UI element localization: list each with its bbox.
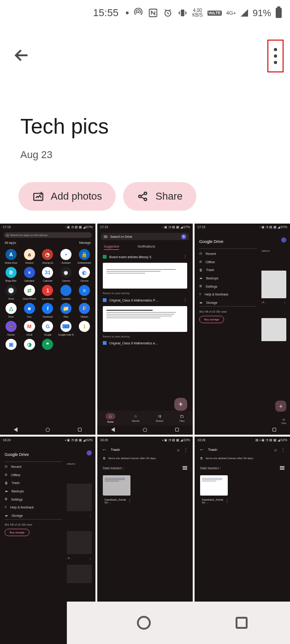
add-photos-label: Add photos [51, 190, 102, 202]
album-date: Aug 23 [20, 149, 270, 161]
photo-thumb-3[interactable]: 17:15◦ ▣ ◔ ▤ ▦ ◢ 67% ications 8 P…⋮ + 🗀F… [195, 224, 290, 435]
photo-thumb-2[interactable]: 17:15◦ ▣ ◔ ▤ ▦ ◢ 67% Search in Drive B S… [97, 224, 193, 435]
action-chips-row: Add photos Share [0, 165, 290, 224]
more-vert-icon [274, 48, 277, 51]
alarm-icon [163, 8, 173, 18]
nav-recents-button[interactable] [236, 617, 248, 629]
nav-home-button[interactable] [137, 616, 151, 630]
share-icon [137, 190, 149, 202]
add-photos-button[interactable]: Add photos [18, 182, 116, 211]
svg-rect-2 [181, 10, 184, 17]
share-button[interactable]: Share [123, 182, 196, 211]
volte-badge: VoLTE [207, 11, 222, 16]
album-title: Tech pics [20, 114, 270, 139]
status-time: 15:55 [93, 7, 118, 19]
net-gen: 4G+ [226, 10, 236, 16]
app-top-bar [0, 26, 290, 86]
photo-grid: 17:15 ◦ ▣ ◔ ▤ ▦ ◢ 67% Search for apps on… [0, 224, 290, 644]
nfc-icon [148, 8, 158, 18]
signal-icon [241, 9, 248, 17]
back-arrow-icon [13, 47, 30, 64]
status-bar: 15:55 4.00 KB/S VoLTE 4G+ 91% [0, 0, 290, 26]
back-button[interactable] [13, 47, 30, 66]
battery-icon [276, 8, 282, 18]
album-header: Tech pics Aug 23 [0, 86, 290, 165]
photo-thumb-1[interactable]: 17:15 ◦ ▣ ◔ ▤ ▦ ◢ 67% Search for apps on… [0, 224, 95, 435]
battery-percent: 91% [253, 8, 271, 18]
add-photo-icon [32, 190, 44, 202]
net-speed: 4.00 KB/S [192, 8, 203, 18]
hotspot-icon [133, 8, 143, 18]
vibrate-icon [178, 8, 188, 18]
share-label: Share [155, 190, 183, 202]
status-separator-dot [126, 12, 129, 14]
more-options-button[interactable] [267, 40, 284, 72]
